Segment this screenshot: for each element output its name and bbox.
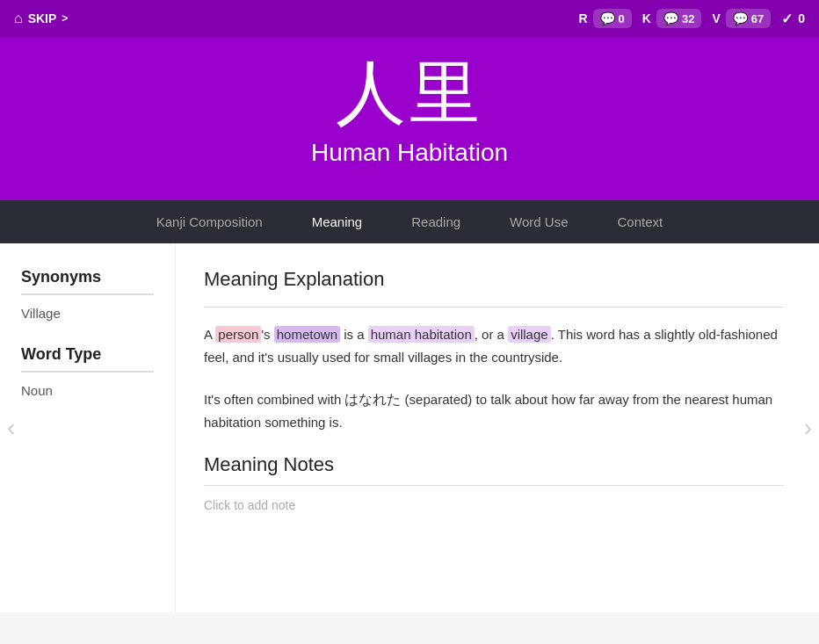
skip-label: SKIP [28, 11, 57, 25]
stats-bar: R 💬 0 K 💬 32 V 💬 67 [578, 9, 805, 28]
divider-1 [204, 307, 784, 308]
explanation-title: Meaning Explanation [204, 268, 784, 291]
tab-kanji-composition[interactable]: Kanji Composition [132, 200, 287, 243]
synonym-value: Village [21, 306, 154, 321]
check-stat: ✓ 0 [781, 11, 805, 27]
k-label: K [642, 11, 651, 25]
k-stat: K 💬 32 [642, 9, 702, 28]
highlight-hometown: hometown [274, 326, 340, 343]
japanese-text: はなれた [344, 392, 401, 407]
explanation-paragraph-1: A person's hometown is a human habitatio… [204, 323, 784, 368]
home-icon: ⌂ [14, 11, 23, 26]
tab-reading[interactable]: Reading [387, 200, 485, 243]
r-badge: 💬 0 [593, 9, 632, 28]
highlight-village: village [508, 326, 551, 343]
text-d: , or a [475, 327, 508, 342]
left-arrow-icon: ‹ [7, 414, 15, 441]
previous-arrow[interactable]: ‹ [0, 407, 22, 449]
add-note-button[interactable]: Click to add note [204, 498, 784, 512]
r-label: R [578, 11, 587, 25]
message-icon-v: 💬 [733, 11, 748, 25]
top-bar: ⌂ SKIP > R 💬 0 K 💬 32 V [0, 0, 819, 37]
v-count: 67 [751, 12, 764, 25]
checkmark-icon: ✓ [781, 11, 793, 27]
word-type-title: Word Type [21, 345, 154, 373]
chevron-right-icon: > [62, 12, 68, 25]
r-stat: R 💬 0 [578, 9, 631, 28]
divider-2 [204, 485, 784, 486]
v-label: V [712, 11, 720, 25]
kanji-character: 人里 [0, 58, 819, 128]
k-badge: 💬 32 [656, 9, 701, 28]
r-count: 0 [619, 12, 625, 25]
message-icon-k: 💬 [663, 11, 678, 25]
kanji-display: 人里 Human Habitation [0, 37, 819, 200]
sidebar: Synonyms Village Word Type Noun [0, 243, 176, 612]
next-arrow[interactable]: › [797, 407, 819, 449]
text-a: A [204, 327, 215, 342]
tab-context[interactable]: Context [593, 200, 688, 243]
tab-word-use[interactable]: Word Use [485, 200, 592, 243]
header: ⌂ SKIP > R 💬 0 K 💬 32 V [0, 0, 819, 200]
notes-title: Meaning Notes [204, 453, 784, 476]
text-f: It's often combined with [204, 392, 344, 407]
main-content: ‹ Synonyms Village Word Type Noun Meanin… [0, 243, 819, 612]
content-area: Meaning Explanation A person's hometown … [176, 243, 819, 612]
message-icon: 💬 [600, 11, 615, 25]
k-count: 32 [682, 12, 694, 25]
v-badge: 💬 67 [726, 9, 771, 28]
word-type-value: Noun [21, 383, 154, 398]
tab-meaning[interactable]: Meaning [287, 200, 388, 243]
v-stat: V 💬 67 [712, 9, 771, 28]
explanation-paragraph-2: It's often combined with はなれた (separated… [204, 387, 784, 434]
skip-button[interactable]: ⌂ SKIP > [14, 11, 68, 26]
kanji-meaning: Human Habitation [0, 139, 819, 185]
highlight-human-habitation: human habitation [368, 326, 475, 343]
text-c: is a [340, 327, 368, 342]
text-b: 's [261, 327, 274, 342]
right-arrow-icon: › [804, 414, 812, 441]
highlight-person: person [215, 326, 261, 343]
navigation-tabs: Kanji Composition Meaning Reading Word U… [0, 200, 819, 243]
check-count: 0 [798, 11, 805, 25]
synonyms-title: Synonyms [21, 268, 154, 295]
